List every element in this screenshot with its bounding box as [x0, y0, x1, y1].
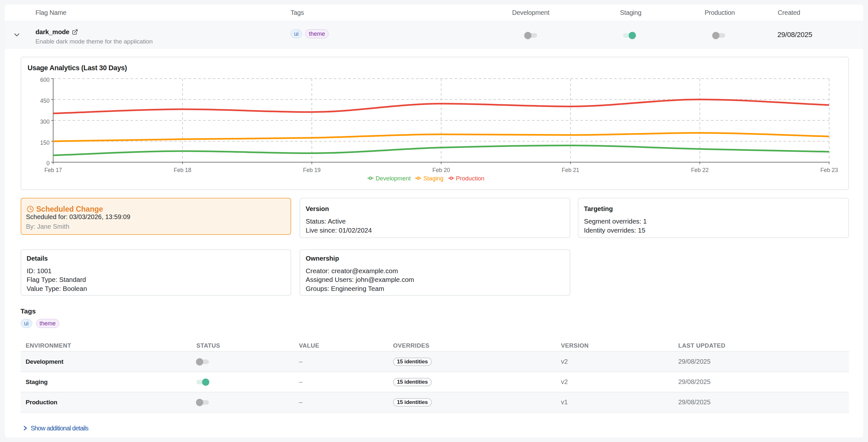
svg-text:600: 600 [40, 77, 49, 83]
svg-text:Feb 17: Feb 17 [44, 167, 62, 173]
svg-text:Feb 20: Feb 20 [432, 167, 450, 173]
svg-text:Feb 19: Feb 19 [303, 167, 320, 173]
svg-text:Feb 22: Feb 22 [691, 167, 708, 173]
svg-text:Feb 18: Feb 18 [174, 167, 191, 173]
svg-text:Staging: Staging [423, 175, 443, 182]
svg-text:300: 300 [40, 118, 49, 125]
svg-text:0: 0 [46, 160, 50, 167]
svg-text:Development: Development [375, 175, 410, 182]
svg-text:150: 150 [40, 139, 49, 146]
svg-text:Feb 23: Feb 23 [820, 167, 838, 173]
svg-text:450: 450 [40, 98, 49, 104]
svg-text:Production: Production [456, 175, 484, 182]
svg-text:Feb 21: Feb 21 [562, 167, 579, 173]
